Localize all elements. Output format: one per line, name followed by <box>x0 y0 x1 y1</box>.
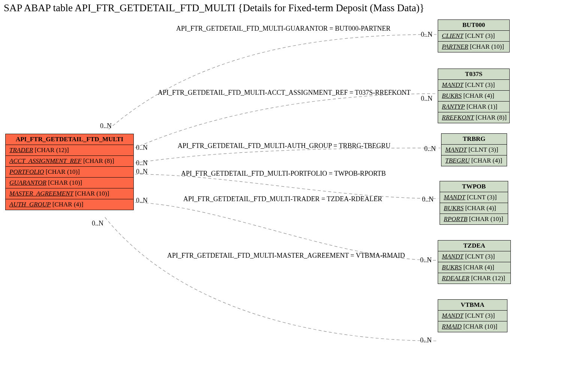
cardinality-ref-tzdea: 0..N <box>420 256 432 264</box>
entity-field: MANDT [CLNT (3)] <box>441 145 507 155</box>
entity-field: RDEALER [CHAR (12)] <box>438 273 510 284</box>
entity-t037s: T037S MANDT [CLNT (3)] BUKRS [CHAR (4)] … <box>438 69 510 123</box>
cardinality-ref-twpob: 0..N <box>422 196 434 203</box>
relationship-label-twpob: API_FTR_GETDETAIL_FTD_MULTI-PORTFOLIO = … <box>181 170 386 178</box>
cardinality-ref-but000: 0..N <box>421 31 432 39</box>
entity-field: TBEGRU [CHAR (4)] <box>441 155 507 166</box>
entity-field: GUARANTOR [CHAR (10)] <box>6 178 133 188</box>
relationship-label-trbrg: API_FTR_GETDETAIL_FTD_MULTI-AUTH_GROUP =… <box>178 142 391 150</box>
relationship-label-t037s: API_FTR_GETDETAIL_FTD_MULTI-ACCT_ASSIGNM… <box>158 89 411 97</box>
entity-field: RREFKONT [CHAR (8)] <box>438 112 509 123</box>
relationship-label-tzdea: API_FTR_GETDETAIL_FTD_MULTI-TRADER = TZD… <box>183 195 382 203</box>
entity-field: RPORTB [CHAR (10)] <box>440 214 508 224</box>
cardinality-main-twpob: 0..N <box>136 168 148 176</box>
entity-twpob: TWPOB MANDT [CLNT (3)] BUKRS [CHAR (4)] … <box>440 181 508 225</box>
cardinality-main-t037s: 0..N <box>136 144 148 152</box>
entity-field: CLIENT [CLNT (3)] <box>438 31 509 42</box>
entity-field: BUKRS [CHAR (4)] <box>438 91 509 102</box>
entity-trbrg-header: TRBRG <box>441 134 507 145</box>
entity-tzdea-header: TZDEA <box>438 241 510 251</box>
cardinality-main-tzdea: 0..N <box>136 197 148 205</box>
cardinality-main-vtbma: 0..N <box>92 220 103 227</box>
cardinality-ref-vtbma: 0..N <box>420 336 432 344</box>
entity-field: MANDT [CLNT (3)] <box>438 80 509 91</box>
entity-api-ftr-getdetail-ftd-multi: API_FTR_GETDETAIL_FTD_MULTI TRADER [CHAR… <box>5 134 134 210</box>
relationship-label-but000: API_FTR_GETDETAIL_FTD_MULTI-GUARANTOR = … <box>176 25 391 33</box>
page-title: SAP ABAP table API_FTR_GETDETAIL_FTD_MUL… <box>4 2 424 14</box>
entity-twpob-header: TWPOB <box>440 181 508 192</box>
entity-field: AUTH_GROUP [CHAR (4)] <box>6 199 133 210</box>
entity-t037s-header: T037S <box>438 69 509 80</box>
entity-vtbma: VTBMA MANDT [CLNT (3)] RMAID [CHAR (10)] <box>438 299 507 332</box>
entity-field: ACCT_ASSIGNMENT_REF [CHAR (8)] <box>6 156 133 167</box>
entity-field: TRADER [CHAR (12)] <box>6 145 133 156</box>
entity-field: PARTNER [CHAR (10)] <box>438 42 509 52</box>
entity-field: RANTYP [CHAR (1)] <box>438 102 509 112</box>
cardinality-ref-t037s: 0..N <box>421 95 432 103</box>
entity-field: BUKRS [CHAR (4)] <box>438 262 510 273</box>
cardinality-main-but000: 0..N <box>100 122 112 130</box>
entity-field: BUKRS [CHAR (4)] <box>440 203 508 214</box>
entity-but000: BUT000 CLIENT [CLNT (3)] PARTNER [CHAR (… <box>438 19 510 52</box>
entity-vtbma-header: VTBMA <box>438 300 507 311</box>
entity-field: MANDT [CLNT (3)] <box>438 311 507 321</box>
entity-field: RMAID [CHAR (10)] <box>438 321 507 332</box>
entity-trbrg: TRBRG MANDT [CLNT (3)] TBEGRU [CHAR (4)] <box>441 133 507 166</box>
entity-field: MANDT [CLNT (3)] <box>438 251 510 262</box>
entity-field: PORTFOLIO [CHAR (10)] <box>6 167 133 178</box>
entity-tzdea: TZDEA MANDT [CLNT (3)] BUKRS [CHAR (4)] … <box>438 240 511 284</box>
cardinality-main-trbrg: 0..N <box>136 159 148 167</box>
entity-but000-header: BUT000 <box>438 20 509 31</box>
entity-field: MANDT [CLNT (3)] <box>440 192 508 203</box>
cardinality-ref-trbrg: 0..N <box>424 145 436 153</box>
relationship-label-vtbma: API_FTR_GETDETAIL_FTD_MULTI-MASTER_AGREE… <box>167 252 405 260</box>
entity-main-header: API_FTR_GETDETAIL_FTD_MULTI <box>6 134 133 145</box>
entity-field: MASTER_AGREEMENT [CHAR (10)] <box>6 188 133 199</box>
